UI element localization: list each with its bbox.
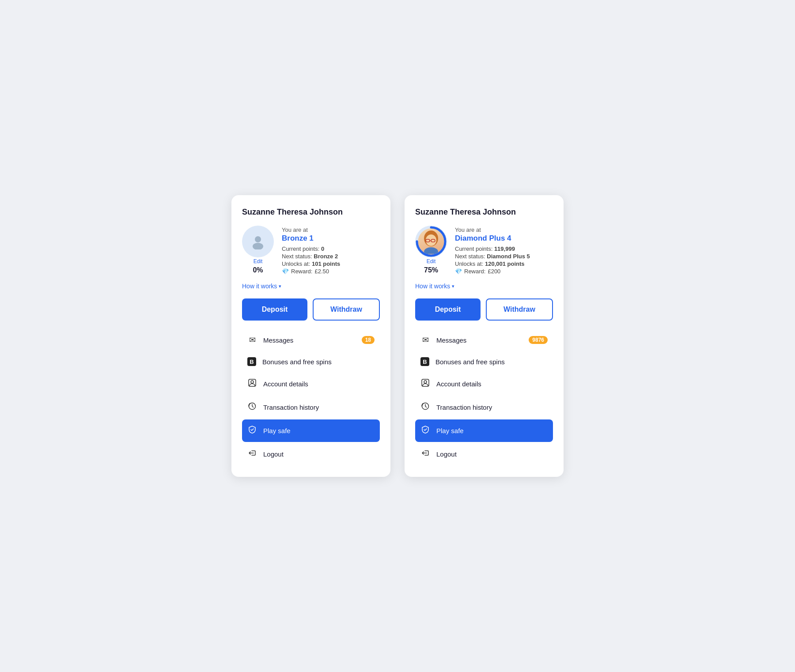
card2-btn-row: Deposit Withdraw: [415, 298, 553, 321]
card2-avatar-wrap: Edit 75%: [415, 226, 447, 274]
card1-menu-playsafe[interactable]: Play safe: [242, 419, 380, 442]
card1-next-status: Next status: Bronze 2: [282, 253, 380, 260]
card1-menu-transactions[interactable]: Transaction history: [242, 396, 380, 419]
shield-icon-2: [420, 425, 430, 436]
card1-menu-messages[interactable]: ✉ Messages 18: [242, 329, 380, 351]
card2-menu-bonuses[interactable]: B Bonuses and free spins: [415, 351, 553, 372]
logout-icon: [247, 449, 257, 460]
card2-menu-logout[interactable]: Logout: [415, 443, 553, 465]
card1-menu-bonuses[interactable]: B Bonuses and free spins: [242, 351, 380, 372]
envelope-icon-2: ✉: [420, 335, 430, 345]
card1-account-label: Account details: [263, 380, 375, 388]
card2-logout-label: Logout: [436, 450, 548, 458]
logout-icon-2: [420, 449, 430, 460]
card2-progress-ring: [415, 226, 447, 257]
card2-you-are-at: You are at: [455, 227, 553, 233]
card1-status-link[interactable]: Bronze 1: [282, 234, 380, 243]
card2-next-status: Next status: Diamond Plus 5: [455, 253, 553, 260]
card1-chevron-icon: ▾: [279, 283, 281, 289]
card2-progress-label: 75%: [424, 266, 438, 274]
card1-playsafe-label: Play safe: [263, 427, 375, 434]
card1-menu-logout[interactable]: Logout: [242, 443, 380, 465]
card1-logout-label: Logout: [263, 450, 375, 458]
card2-menu-playsafe[interactable]: Play safe: [415, 419, 553, 442]
card1-how-it-works[interactable]: How it works ▾: [242, 283, 380, 290]
card1-messages-label: Messages: [263, 336, 356, 344]
svg-point-0: [244, 227, 272, 256]
card1-title: Suzanne Theresa Johnson: [242, 208, 380, 217]
card2-current-points: Current points: 119,999: [455, 245, 553, 252]
card2-unlocks: Unlocks at: 120,001 points: [455, 260, 553, 267]
card1-edit-link[interactable]: Edit: [254, 258, 263, 264]
card1-progress-label: 0%: [253, 266, 263, 274]
card2-menu-transactions[interactable]: Transaction history: [415, 396, 553, 419]
card1-deposit-button[interactable]: Deposit: [242, 298, 307, 321]
shield-icon: [247, 425, 257, 436]
card1-current-points: Current points: 0: [282, 245, 380, 252]
card1-profile-info: You are at Bronze 1 Current points: 0 Ne…: [282, 226, 380, 275]
account-icon: [247, 378, 257, 389]
card2-chevron-icon: ▾: [452, 283, 454, 289]
svg-point-5: [251, 381, 254, 383]
clock-icon: [247, 402, 257, 413]
card1-withdraw-button[interactable]: Withdraw: [313, 298, 380, 321]
card1-bonuses-label: Bonuses and free spins: [262, 358, 375, 366]
card-bronze: Suzanne Theresa Johnson Edit 0%: [231, 195, 390, 477]
card2-bonuses-label: Bonuses and free spins: [435, 358, 548, 366]
card2-messages-label: Messages: [436, 336, 522, 344]
card2-messages-badge: 9876: [529, 336, 548, 344]
bonus-icon-2: B: [420, 357, 429, 366]
card1-avatar-wrap: Edit 0%: [242, 226, 274, 274]
cards-container: Suzanne Theresa Johnson Edit 0%: [231, 195, 564, 477]
card1-reward: 💎 Reward: £2.50: [282, 268, 380, 275]
card1-transactions-label: Transaction history: [263, 404, 375, 411]
card2-edit-link[interactable]: Edit: [427, 258, 436, 264]
card1-progress-ring: [242, 226, 274, 257]
card2-diamond-icon: 💎: [455, 268, 462, 275]
card1-messages-badge: 18: [362, 336, 375, 344]
card2-status-link[interactable]: Diamond Plus 4: [455, 234, 553, 243]
card-diamond: Suzanne Theresa Johnson: [405, 195, 564, 477]
card2-profile: Edit 75% You are at Diamond Plus 4 Curre…: [415, 226, 553, 275]
card2-deposit-button[interactable]: Deposit: [415, 298, 481, 321]
card2-menu-account[interactable]: Account details: [415, 373, 553, 395]
card1-avatar-circle: [242, 226, 274, 257]
card1-menu: ✉ Messages 18 B Bonuses and free spins A…: [242, 329, 380, 465]
card2-playsafe-label: Play safe: [436, 427, 548, 434]
svg-point-16: [424, 381, 427, 383]
card1-menu-account[interactable]: Account details: [242, 373, 380, 395]
card1-btn-row: Deposit Withdraw: [242, 298, 380, 321]
bonus-icon: B: [247, 357, 256, 366]
card1-unlocks: Unlocks at: 101 points: [282, 260, 380, 267]
card1-you-are-at: You are at: [282, 227, 380, 233]
card1-profile: Edit 0% You are at Bronze 1 Current poin…: [242, 226, 380, 275]
card2-how-it-works[interactable]: How it works ▾: [415, 283, 553, 290]
card2-withdraw-button[interactable]: Withdraw: [486, 298, 553, 321]
card1-diamond-icon: 💎: [282, 268, 289, 275]
card2-profile-info: You are at Diamond Plus 4 Current points…: [455, 226, 553, 275]
clock-icon-2: [420, 402, 430, 413]
card2-reward: 💎 Reward: £200: [455, 268, 553, 275]
card2-menu: ✉ Messages 9876 B Bonuses and free spins…: [415, 329, 553, 465]
envelope-icon: ✉: [247, 335, 257, 345]
card2-menu-messages[interactable]: ✉ Messages 9876: [415, 329, 553, 351]
card2-account-label: Account details: [436, 380, 548, 388]
account-icon-2: [420, 378, 430, 389]
card2-transactions-label: Transaction history: [436, 404, 548, 411]
card2-avatar-circle: [415, 226, 447, 257]
card2-title: Suzanne Theresa Johnson: [415, 208, 553, 217]
